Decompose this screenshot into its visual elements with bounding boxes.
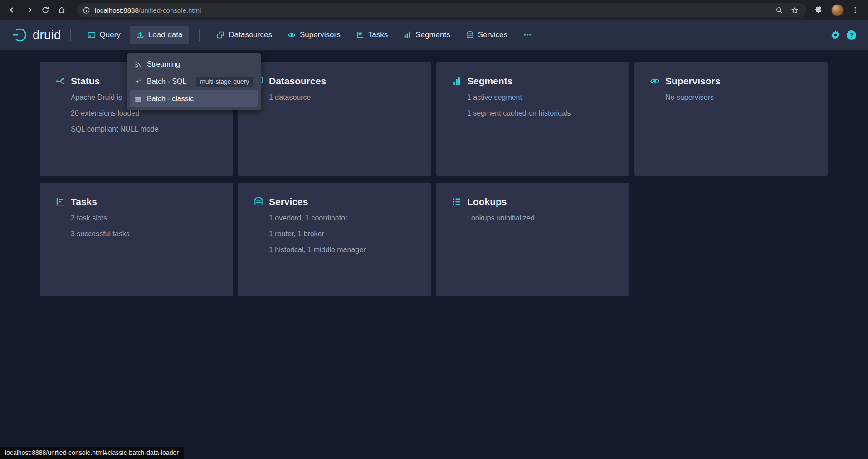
menu-item-label: Batch - classic — [147, 95, 194, 103]
url-host: localhost:8888 — [95, 6, 139, 14]
gantt-icon — [356, 31, 364, 39]
nav-item-label: Datasources — [229, 30, 272, 39]
druid-navbar: druid Query Load data Datasources Superv… — [0, 20, 868, 50]
feed-icon — [134, 61, 142, 68]
reload-button[interactable] — [37, 2, 54, 18]
druid-logo-icon — [12, 27, 28, 43]
link-preview-statusbar: localhost:8888/unified-console.html#clas… — [0, 447, 184, 459]
console-home: Status Apache Druid is 20 extensions loa… — [0, 50, 868, 459]
nav-item-label: Query — [100, 30, 121, 39]
card-title: Tasks — [71, 196, 97, 207]
database-icon — [466, 31, 474, 39]
database-icon — [254, 197, 263, 207]
card-segments[interactable]: Segments 1 active segment 1 segment cach… — [436, 62, 629, 176]
datasources-icon — [216, 31, 224, 39]
menu-item-batch-sql[interactable]: Batch - SQL multi-stage-query — [130, 73, 258, 90]
card-line: No supervisors — [665, 89, 817, 105]
nav-item-tasks[interactable]: Tasks — [350, 26, 394, 44]
properties-list-icon — [452, 197, 462, 207]
query-icon — [88, 31, 96, 39]
nav-item-load-data[interactable]: Load data — [130, 26, 189, 44]
card-datasources[interactable]: Datasources 1 datasource — [238, 62, 431, 176]
nav-item-label: Segments — [415, 30, 450, 39]
card-title: Services — [269, 196, 308, 207]
nav-divider — [70, 29, 71, 41]
forward-button[interactable] — [21, 2, 37, 18]
extensions-button[interactable] — [811, 2, 827, 18]
card-title: Datasources — [269, 76, 326, 87]
sparkle-icon — [134, 78, 142, 86]
card-title: Lookups — [467, 196, 507, 207]
help-button[interactable]: ? — [847, 30, 856, 40]
card-line: 1 segment cached on historicals — [467, 105, 619, 121]
gantt-icon — [55, 197, 65, 207]
help-icon: ? — [847, 30, 856, 40]
address-bar[interactable]: localhost:8888/unified-console.html — [77, 3, 806, 17]
bar-chart-icon — [403, 31, 411, 39]
zoom-button[interactable] — [773, 4, 785, 16]
load-data-menu: Streaming Batch - SQL multi-stage-query … — [127, 53, 261, 110]
bookmark-button[interactable] — [788, 4, 801, 16]
card-line: 1 active segment — [467, 89, 619, 105]
gear-icon — [830, 30, 840, 40]
card-title: Status — [71, 76, 100, 87]
home-button[interactable] — [54, 2, 70, 18]
upload-icon — [136, 31, 144, 39]
star-icon — [791, 6, 799, 14]
extensions-puzzle-icon — [815, 6, 823, 14]
site-info-icon[interactable] — [83, 6, 90, 14]
nav-item-services[interactable]: Services — [459, 26, 514, 44]
home-icon — [58, 6, 66, 14]
browser-toolbar: localhost:8888/unified-console.html — [0, 0, 868, 20]
forward-icon — [25, 6, 33, 14]
nav-item-label: Tasks — [368, 30, 388, 39]
list-rows-icon — [134, 95, 142, 103]
settings-button[interactable] — [830, 30, 840, 40]
card-line: 1 historical, 1 middle manager — [269, 242, 420, 258]
brand[interactable]: druid — [12, 27, 61, 43]
msq-badge: multi-stage-query — [196, 77, 253, 87]
card-title: Segments — [467, 76, 512, 87]
zoom-icon — [775, 6, 783, 14]
eye-icon — [650, 76, 660, 86]
nav-item-segments[interactable]: Segments — [397, 26, 457, 44]
nav-item-datasources[interactable]: Datasources — [210, 26, 278, 44]
nav-divider — [199, 29, 200, 41]
nav-more-button[interactable] — [517, 26, 538, 44]
brand-name: druid — [33, 28, 61, 42]
card-line: 1 datasource — [269, 89, 420, 105]
card-line: Lookups uninitialized — [467, 210, 619, 226]
menu-item-label: Batch - SQL — [147, 78, 186, 86]
nav-item-label: Services — [478, 30, 507, 39]
card-line: 1 router, 1 broker — [269, 226, 420, 242]
menu-item-label: Streaming — [147, 60, 180, 68]
reload-icon — [41, 6, 49, 14]
nav-item-label: Load data — [148, 30, 183, 39]
fork-icon — [55, 76, 65, 86]
url-path: /unified-console.html — [139, 6, 201, 14]
url-text: localhost:8888/unified-console.html — [95, 6, 773, 14]
nav-item-label: Supervisors — [300, 30, 341, 39]
bar-chart-icon — [452, 76, 462, 86]
eye-icon — [288, 31, 296, 39]
card-line: SQL compliant NULL mode — [71, 121, 222, 137]
card-line: 3 successful tasks — [71, 226, 222, 242]
card-line: 1 overlord, 1 coordinator — [269, 210, 420, 226]
menu-item-streaming[interactable]: Streaming — [130, 56, 258, 73]
card-services[interactable]: Services 1 overlord, 1 coordinator 1 rou… — [238, 183, 431, 296]
card-tasks[interactable]: Tasks 2 task slots 3 successful tasks — [40, 183, 233, 296]
nav-item-query[interactable]: Query — [81, 26, 127, 44]
avatar — [831, 4, 844, 16]
more-dots-icon — [523, 31, 532, 39]
menu-item-batch-classic[interactable]: Batch - classic — [130, 90, 258, 107]
nav-item-supervisors[interactable]: Supervisors — [281, 26, 347, 44]
card-lookups[interactable]: Lookups Lookups uninitialized — [436, 183, 629, 296]
back-icon — [9, 6, 17, 14]
back-button[interactable] — [5, 2, 21, 18]
profile-button[interactable] — [829, 2, 845, 18]
card-title: Supervisors — [665, 76, 720, 87]
kebab-menu-icon — [852, 6, 859, 14]
card-line: 2 task slots — [71, 210, 222, 226]
card-supervisors[interactable]: Supervisors No supervisors — [634, 62, 828, 176]
browser-menu-button[interactable] — [847, 2, 863, 18]
